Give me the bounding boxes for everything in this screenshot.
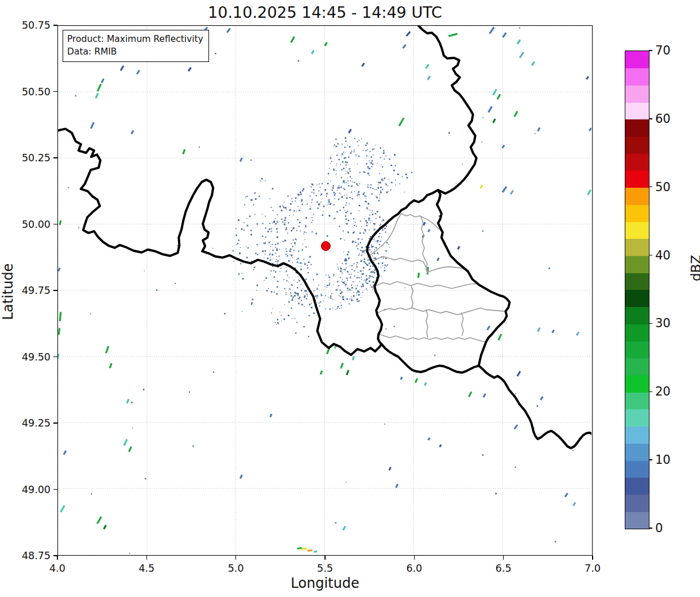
echo-streak [493,89,497,95]
clutter-dot [343,168,345,169]
clutter-dot [394,154,396,156]
clutter-dot [287,280,288,281]
clutter-dot [270,207,272,208]
clutter-dot [393,326,395,327]
clutter-dot [334,198,335,199]
national-border [381,344,478,373]
clutter-dot [269,223,270,224]
clutter-dot [357,249,358,250]
clutter-dot [374,239,375,240]
clutter-dot [362,292,363,293]
clutter-dot [359,210,360,211]
y-tick-mark [53,224,57,225]
clutter-dot [254,214,256,215]
clutter-dot [360,242,361,243]
clutter-dot [380,241,381,242]
clutter-dot [263,242,264,243]
clutter-dot [333,169,334,170]
clutter-dot [268,242,269,243]
clutter-dot [384,159,385,160]
clutter-dot [298,303,300,304]
echo-streak [415,378,417,382]
clutter-dot [330,180,331,181]
clutter-dot [286,294,287,295]
clutter-dot [277,214,278,215]
clutter-dot [301,200,302,201]
clutter-dot [295,292,296,293]
clutter-dot [386,226,387,227]
clutter-dot [358,194,359,195]
clutter-dot [345,286,346,286]
clutter-dot [242,311,242,312]
clutter-dot [366,282,367,284]
clutter-dot [333,276,334,276]
clutter-dot [355,222,356,223]
figure-title: 10.10.2025 14:45 - 14:49 UTC [57,3,593,21]
clutter-dot [287,196,288,197]
clutter-dot [366,196,367,197]
clutter-dot [262,223,264,224]
clutter-dot [357,164,357,164]
clutter-dot [236,245,237,245]
x-tick-label: 7.0 [585,563,601,574]
clutter-dot [481,142,482,143]
echo-streak [532,62,535,66]
echo-streak [129,447,131,452]
clutter-dot [365,145,367,146]
y-tick-mark [53,290,57,291]
clutter-dot [348,220,349,221]
clutter-dot [407,177,408,179]
clutter-dot [346,183,347,183]
clutter-dot [365,230,366,231]
clutter-dot [373,246,374,247]
clutter-dot [382,221,382,222]
clutter-dot [237,243,238,244]
clutter-dot [363,192,364,193]
clutter-dot [269,259,271,261]
clutter-dot [289,277,289,278]
clutter-dot [310,256,311,258]
clutter-dot [341,177,342,179]
clutter-dot [376,218,377,219]
clutter-dot [307,204,308,205]
clutter-dot [287,255,288,257]
clutter-dot [91,493,92,494]
clutter-dot [361,138,362,139]
clutter-dot [310,195,311,196]
clutter-dot [330,157,332,159]
clutter-dot [319,303,320,304]
clutter-dot [384,268,385,269]
canton-border [378,334,486,342]
clutter-dot [311,222,312,223]
clutter-dot [352,198,353,199]
echo-streak [308,550,312,551]
clutter-dot [333,192,335,193]
clutter-dot [370,285,372,286]
clutter-dot [346,197,348,199]
clutter-dot [311,307,312,308]
clutter-dot [295,332,296,334]
clutter-dot [346,162,347,163]
clutter-dot [284,319,285,320]
clutter-dot [363,261,365,263]
colorbar-tick-label: 0 [655,521,663,535]
clutter-dot [377,240,378,241]
clutter-dot [330,204,331,205]
clutter-dot [374,228,376,230]
clutter-dot [390,189,392,191]
clutter-dot [349,298,350,300]
clutter-dot [338,187,340,189]
clutter-dot [361,280,362,280]
clutter-dot [257,290,257,290]
clutter-dot [358,291,360,293]
clutter-dot [270,231,272,232]
clutter-dot [298,206,299,207]
clutter-dot [361,226,362,227]
echo-streak [59,328,59,335]
clutter-dot [362,285,364,287]
clutter-dot [276,261,277,262]
echo-streak [458,246,459,249]
clutter-dot [365,250,366,251]
y-tick-mark [53,555,57,556]
clutter-dot [348,156,349,157]
